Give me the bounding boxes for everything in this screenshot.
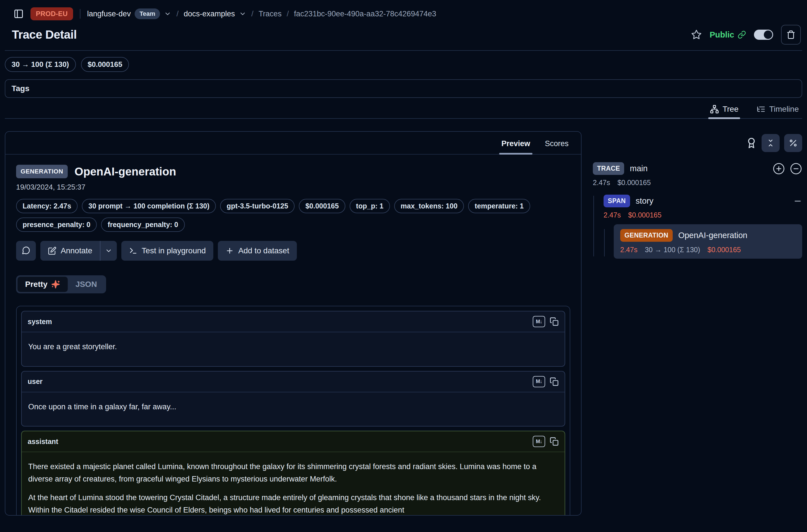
tags-section[interactable]: Tags xyxy=(5,79,802,98)
message-system: system M↓ You are a great storyteller. xyxy=(21,311,565,367)
terminal-icon xyxy=(129,247,137,255)
markdown-toggle-button[interactable]: M↓ xyxy=(533,376,545,387)
message-header-icons: M↓ xyxy=(533,316,559,327)
format-pretty-segment[interactable]: Pretty xyxy=(18,277,68,292)
message-header-icons: M↓ xyxy=(533,376,559,387)
message-header: assistant M↓ xyxy=(22,431,565,452)
sidebar-toggle-button[interactable] xyxy=(14,9,24,19)
add-to-dataset-button[interactable]: Add to dataset xyxy=(218,241,297,261)
tree-node-span[interactable]: SPAN story xyxy=(604,195,802,207)
circle-plus-icon xyxy=(773,163,785,175)
breadcrumb-traces-link[interactable]: Traces xyxy=(259,10,282,18)
org-type-badge: Team xyxy=(135,8,160,19)
copy-icon xyxy=(550,437,559,446)
markdown-toggle-button[interactable]: M↓ xyxy=(533,436,545,447)
copy-icon xyxy=(550,317,559,326)
tab-tree-label: Tree xyxy=(722,104,739,114)
tab-timeline[interactable]: Timeline xyxy=(755,99,801,118)
span-metrics: 2.47s $0.000165 xyxy=(604,211,802,219)
collapse-tree-button[interactable] xyxy=(790,163,802,175)
collapse-all-button[interactable] xyxy=(762,134,780,152)
generation-latency: 2.47s xyxy=(620,246,637,254)
view-tabs: Tree Timeline xyxy=(5,99,802,119)
breadcrumb-separator: / xyxy=(176,9,179,18)
annotation-queue-button[interactable] xyxy=(746,137,757,149)
tree-actions xyxy=(593,134,802,152)
star-icon xyxy=(691,29,702,40)
tags-label: Tags xyxy=(12,84,29,93)
trace-cost: $0.000165 xyxy=(617,178,651,187)
public-label: Public xyxy=(710,30,734,39)
copy-button[interactable] xyxy=(550,437,559,446)
breadcrumb-trail: langfuse-dev Team / docs-examples / Trac… xyxy=(87,8,436,19)
message-role: system xyxy=(27,318,52,326)
timeline-icon xyxy=(756,104,766,114)
generation-name: OpenAI-generation xyxy=(678,231,748,240)
annotate-label: Annotate xyxy=(61,246,92,255)
page-title: Trace Detail xyxy=(12,28,77,41)
markdown-icon: M↓ xyxy=(533,436,545,447)
chevron-down-icon xyxy=(164,10,171,18)
tab-tree[interactable]: Tree xyxy=(708,99,740,118)
tab-scores[interactable]: Scores xyxy=(544,132,569,154)
show-percentages-button[interactable] xyxy=(784,134,802,152)
copy-button[interactable] xyxy=(550,377,559,386)
tree-connector-line xyxy=(594,196,594,256)
generation-tokens: 30 → 100 (Σ 130) xyxy=(645,246,700,254)
token-usage-badge: 30 prompt → 100 completion (Σ 130) xyxy=(82,199,216,213)
comment-icon xyxy=(21,246,31,255)
chevron-down-icon xyxy=(239,10,246,18)
public-toggle[interactable] xyxy=(754,30,773,40)
max-tokens-badge: max_tokens: 100 xyxy=(394,199,464,213)
annotate-dropdown-button[interactable] xyxy=(100,241,117,261)
toggle-knob xyxy=(764,31,772,39)
top-p-badge: top_p: 1 xyxy=(350,199,390,213)
pretty-label: Pretty xyxy=(25,280,48,289)
cost-badge: $0.000165 xyxy=(81,57,129,72)
breadcrumb-separator: / xyxy=(251,9,254,18)
link-icon xyxy=(737,31,746,39)
observation-type-badge: GENERATION xyxy=(16,165,68,178)
playground-button[interactable]: Test in playground xyxy=(121,241,213,261)
tab-timeline-label: Timeline xyxy=(769,104,799,114)
message-role: user xyxy=(27,377,43,386)
observation-body: GENERATION OpenAI-generation 19/03/2024,… xyxy=(5,155,581,515)
annotate-button[interactable]: Annotate xyxy=(40,241,100,261)
circle-minus-icon xyxy=(790,163,802,175)
generation-badge: GENERATION xyxy=(620,229,673,242)
copy-button[interactable] xyxy=(550,317,559,326)
span-name: story xyxy=(636,196,654,206)
expand-all-button[interactable] xyxy=(773,163,785,175)
observation-card: Preview Scores GENERATION OpenAI-generat… xyxy=(5,131,582,516)
delete-trace-button[interactable] xyxy=(781,25,801,44)
cost-badge: $0.000165 xyxy=(299,199,345,213)
breadcrumb-project[interactable]: docs-examples xyxy=(184,10,246,18)
markdown-icon: M↓ xyxy=(533,316,545,327)
bookmark-star-button[interactable] xyxy=(691,29,702,40)
frequency-penalty-badge: frequency_penalty: 0 xyxy=(101,217,185,232)
panel-tabs: Preview Scores xyxy=(5,132,581,155)
trace-latency: 2.47s xyxy=(593,178,610,187)
collapse-node-button[interactable] xyxy=(793,196,802,206)
public-link[interactable]: Public xyxy=(710,30,746,39)
markdown-toggle-button[interactable]: M↓ xyxy=(533,316,545,327)
observation-meta-badges: Latency: 2.47s 30 prompt → 100 completio… xyxy=(16,199,552,232)
trash-icon xyxy=(786,30,795,39)
tab-preview[interactable]: Preview xyxy=(501,132,531,154)
chevron-down-icon xyxy=(105,247,112,254)
span-cost: $0.000165 xyxy=(628,211,661,219)
breadcrumb-org[interactable]: langfuse-dev Team xyxy=(87,8,171,19)
comment-button[interactable] xyxy=(16,241,36,261)
trace-tree-panel: TRACE main 2.47s $0.000165 SPAN story xyxy=(593,131,802,259)
trace-detail-page: PROD-EU langfuse-dev Team / docs-example… xyxy=(0,7,807,532)
playground-label: Test in playground xyxy=(142,246,206,255)
observation-actions: Annotate Test in playgroun xyxy=(16,241,570,261)
generation-row: GENERATION OpenAI-generation xyxy=(620,229,796,242)
award-icon xyxy=(746,137,757,149)
tree-zoom-controls xyxy=(773,163,802,175)
tree-node-trace[interactable]: TRACE main xyxy=(593,162,802,175)
annotate-split-button: Annotate xyxy=(40,241,117,261)
assistant-paragraph: At the heart of Lumina stood the towerin… xyxy=(28,492,558,515)
tree-node-generation-selected[interactable]: GENERATION OpenAI-generation 2.47s 30 → … xyxy=(614,224,802,259)
format-json-segment[interactable]: JSON xyxy=(68,277,105,292)
